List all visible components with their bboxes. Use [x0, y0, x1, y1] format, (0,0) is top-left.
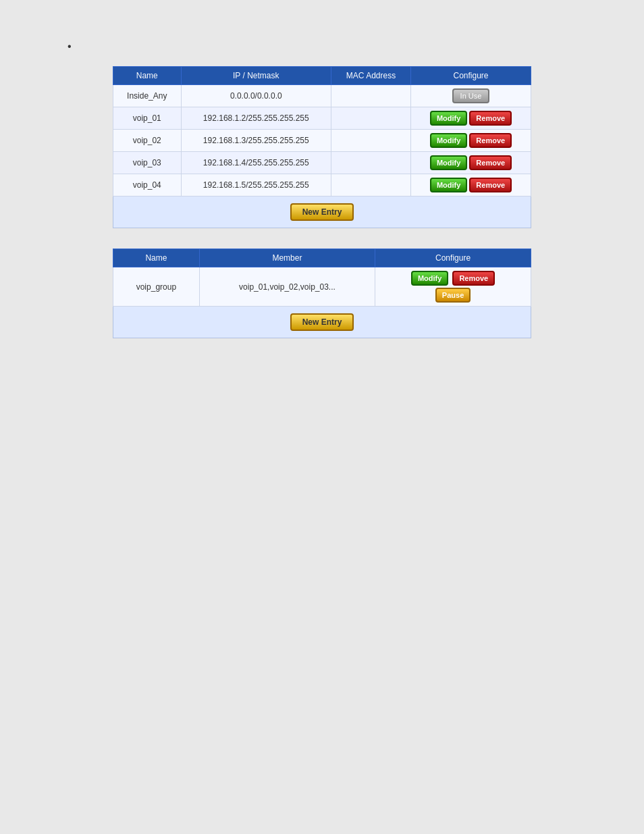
group-buttons-container: Modify Remove Pause: [382, 271, 524, 303]
row-configure: ModifyRemove: [411, 152, 531, 174]
remove-button[interactable]: Remove: [469, 111, 512, 126]
row-name: voip_04: [113, 174, 182, 197]
new-entry-button-2[interactable]: New Entry: [290, 313, 354, 331]
row-configure: ModifyRemove: [411, 174, 531, 197]
group-pause-button[interactable]: Pause: [435, 288, 471, 303]
row-ip: 192.168.1.5/255.255.255.255: [181, 174, 331, 197]
row-ip: 192.168.1.3/255.255.255.255: [181, 130, 331, 152]
group-remove-button[interactable]: Remove: [452, 271, 495, 286]
row-ip: 192.168.1.2/255.255.255.255: [181, 107, 331, 130]
modify-button[interactable]: Modify: [430, 133, 467, 148]
hosts-section: Name IP / Netmask MAC Address Configure …: [113, 66, 531, 228]
remove-button[interactable]: Remove: [469, 155, 512, 170]
row-ip: 0.0.0.0/0.0.0.0: [181, 85, 331, 107]
row-configure: In Use: [411, 85, 531, 107]
new-entry-row-1: New Entry: [113, 197, 531, 228]
table-row: voip_group voip_01,voip_02,voip_03... Mo…: [113, 267, 531, 307]
row-configure: ModifyRemove: [411, 107, 531, 130]
hosts-table: Name IP / Netmask MAC Address Configure …: [113, 66, 531, 197]
row-name: voip_03: [113, 152, 182, 174]
in-use-button[interactable]: In Use: [452, 88, 490, 103]
modify-button[interactable]: Modify: [430, 178, 467, 192]
row-mac: [331, 174, 411, 197]
table-row: voip_04 192.168.1.5/255.255.255.255 Modi…: [113, 174, 531, 197]
group-member: voip_01,voip_02,voip_03...: [199, 267, 375, 307]
row-mac: [331, 85, 411, 107]
table-row: voip_01 192.168.1.2/255.255.255.255 Modi…: [113, 107, 531, 130]
new-entry-row-2: New Entry: [113, 307, 531, 338]
modify-button[interactable]: Modify: [430, 155, 467, 170]
row-name: Inside_Any: [113, 85, 182, 107]
bullet-point: •: [68, 41, 630, 53]
row-mac: [331, 107, 411, 130]
groups-table: Name Member Configure voip_group voip_01…: [113, 249, 531, 307]
row-mac: [331, 152, 411, 174]
modify-button[interactable]: Modify: [430, 111, 467, 126]
groups-section: Name Member Configure voip_group voip_01…: [113, 249, 531, 338]
col-configure-1: Configure: [411, 67, 531, 85]
table-row: voip_03 192.168.1.4/255.255.255.255 Modi…: [113, 152, 531, 174]
col-name-2: Name: [113, 249, 200, 267]
row-name: voip_02: [113, 130, 182, 152]
col-mac-address: MAC Address: [331, 67, 411, 85]
new-entry-button-1[interactable]: New Entry: [290, 203, 354, 221]
row-mac: [331, 130, 411, 152]
row-name: voip_01: [113, 107, 182, 130]
group-name: voip_group: [113, 267, 200, 307]
remove-button[interactable]: Remove: [469, 133, 512, 148]
group-configure: Modify Remove Pause: [375, 267, 531, 307]
col-ip-netmask: IP / Netmask: [181, 67, 331, 85]
table-row: voip_02 192.168.1.3/255.255.255.255 Modi…: [113, 130, 531, 152]
table-row: Inside_Any 0.0.0.0/0.0.0.0 In Use: [113, 85, 531, 107]
col-configure-2: Configure: [375, 249, 531, 267]
col-name-1: Name: [113, 67, 182, 85]
group-buttons-top: Modify Remove: [411, 271, 495, 286]
remove-button[interactable]: Remove: [469, 178, 512, 192]
group-modify-button[interactable]: Modify: [411, 271, 448, 286]
col-member: Member: [199, 249, 375, 267]
row-configure: ModifyRemove: [411, 130, 531, 152]
row-ip: 192.168.1.4/255.255.255.255: [181, 152, 331, 174]
page-wrapper: • Name IP / Netmask MAC Address Configur…: [0, 0, 644, 834]
